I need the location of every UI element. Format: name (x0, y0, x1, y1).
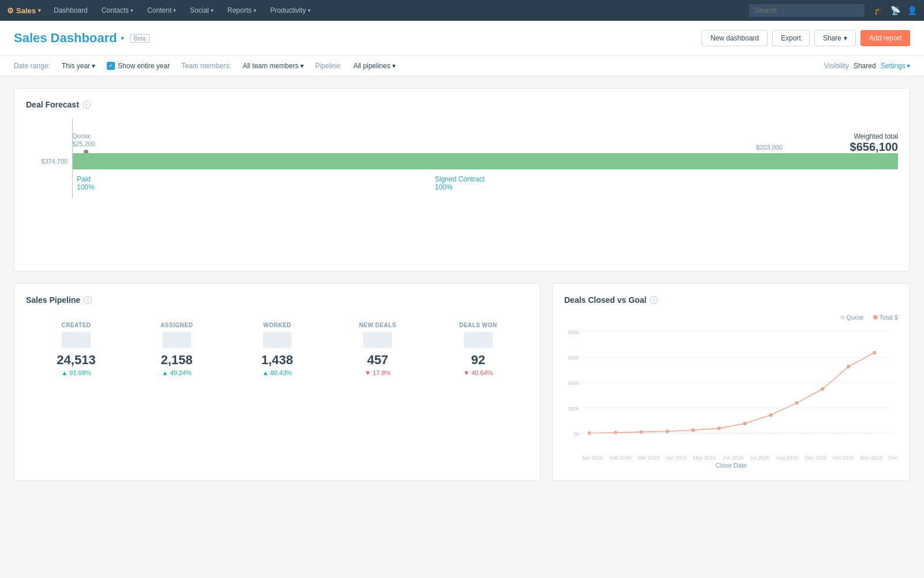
user-avatar[interactable]: 👤 (907, 6, 917, 15)
bar-mid-value: $203,000 (756, 144, 783, 151)
main-content: Deal Forecast i Weighted total $656,100 … (0, 76, 924, 504)
productivity-chevron: ▾ (308, 8, 311, 13)
svg-point-15 (717, 427, 721, 430)
svg-text:600k: 600k (568, 354, 579, 360)
x-axis-label: Jan 2016 (582, 455, 603, 461)
metric-change: ▼ 17.8% (327, 369, 428, 376)
date-range-select[interactable]: This year ▾ (62, 62, 95, 70)
sales-pipeline-title: Sales Pipeline i (26, 295, 528, 305)
pipeline-metrics: CREATED 24,513 ▲ 91.69% ASSIGNED 2,158 ▲… (26, 322, 528, 376)
svg-text:0k: 0k (573, 431, 579, 436)
share-chevron-icon: ▾ (844, 34, 847, 42)
paid-stage: Paid 100% (77, 175, 111, 191)
pipeline-metric-deals-won: DEALS WON 92 ▼ 40.64% (428, 322, 528, 376)
checkbox-icon: ✓ (107, 62, 115, 70)
settings-chevron: ▾ (907, 62, 910, 70)
quota-value: $25,200 (72, 140, 95, 147)
brand-label: Sales (16, 6, 36, 15)
brand-logo[interactable]: ⚙ Sales ▾ (7, 6, 41, 15)
beta-badge: Beta (130, 34, 150, 43)
x-axis-label: Dec (889, 455, 898, 461)
pipeline-metric-worked: WORKED 1,438 ▲ 80.43% (227, 322, 327, 376)
chart-x-axis: Jan 2016Feb 2016Mar 2016Apr 2016May 2016… (564, 455, 898, 461)
content-chevron: ▾ (173, 8, 176, 13)
nav-social[interactable]: Social ▾ (184, 0, 219, 21)
share-button[interactable]: Share ▾ (814, 30, 856, 46)
sales-pipeline-info-icon[interactable]: i (84, 296, 92, 304)
filter-bar: Date range: This year ▾ ✓ Show entire ye… (0, 56, 924, 76)
metric-value: 1,438 (227, 353, 327, 368)
funnel-shape (363, 332, 392, 348)
show-entire-year-check[interactable]: ✓ Show entire year (107, 62, 170, 70)
x-axis-label: Feb 2016 (609, 455, 631, 461)
metric-label: CREATED (26, 322, 126, 328)
svg-text:800k: 800k (568, 329, 579, 335)
deal-forecast-card: Deal Forecast i Weighted total $656,100 … (14, 88, 910, 272)
metric-value: 24,513 (26, 353, 126, 368)
top-navigation: ⚙ Sales ▾ Dashboard Contacts ▾ Content ▾… (0, 0, 924, 21)
reports-chevron: ▾ (254, 8, 256, 13)
signed-pct: 100% (435, 183, 485, 191)
svg-point-11 (614, 431, 617, 434)
export-button[interactable]: Export (772, 30, 810, 46)
bar-left-value: $374,700 (26, 158, 72, 165)
hubspot-icon: ⚙ (7, 6, 14, 15)
add-report-button[interactable]: Add report (860, 30, 910, 46)
close-date-label: Close Date (564, 462, 898, 469)
paid-label: Paid (77, 175, 111, 183)
deals-closed-info-icon[interactable]: i (650, 296, 658, 304)
metric-value: 92 (428, 353, 528, 368)
forecast-area: Weighted total $656,100 Quota: $25,200 $… (26, 132, 898, 260)
svg-point-14 (691, 428, 695, 432)
team-members-label: Team members: (181, 62, 231, 70)
deal-forecast-info-icon[interactable]: i (83, 101, 91, 109)
svg-text:200k: 200k (568, 405, 579, 411)
date-range-label: Date range: (14, 62, 50, 70)
chart-legend: QuoteTotal $ (564, 314, 898, 321)
metric-value: 2,158 (126, 353, 227, 368)
pipeline-select[interactable]: All pipelines ▾ (353, 62, 396, 70)
paid-pct: 100% (77, 183, 111, 191)
new-dashboard-button[interactable]: New dashboard (702, 30, 767, 46)
settings-link[interactable]: Settings ▾ (881, 62, 910, 70)
title-dropdown-icon[interactable]: ▾ (121, 34, 124, 42)
svg-point-21 (873, 351, 876, 354)
search-input[interactable] (749, 4, 865, 17)
x-axis-label: May 2016 (693, 455, 716, 461)
svg-point-17 (769, 413, 773, 417)
pipeline-metric-assigned: ASSIGNED 2,158 ▲ 49.24% (126, 322, 227, 376)
nav-reports[interactable]: Reports ▾ (222, 0, 262, 21)
nav-icons-area: 🎓 📡 👤 (874, 6, 917, 15)
metric-label: WORKED (227, 322, 327, 328)
visibility-area: Visibility Shared Settings ▾ (824, 62, 910, 70)
social-chevron: ▾ (211, 8, 214, 13)
funnel-shape (62, 332, 91, 348)
nav-dashboard[interactable]: Dashboard (48, 0, 94, 21)
metric-change: ▲ 80.43% (227, 369, 327, 376)
funnel-shape (464, 332, 493, 348)
legend-item: Quote (840, 314, 864, 321)
team-members-select[interactable]: All team members ▾ (243, 62, 304, 70)
brand-chevron: ▾ (38, 8, 41, 13)
signed-label: Signed Contract (435, 175, 485, 183)
x-axis-label: Oct 2016 (833, 455, 854, 461)
page-title: Sales Dashboard (14, 31, 117, 46)
nav-content[interactable]: Content ▾ (141, 0, 182, 21)
page-header: Sales Dashboard ▾ Beta New dashboard Exp… (0, 21, 924, 56)
metric-label: DEALS WON (428, 322, 528, 328)
deals-chart-svg: 800k 600k 400k 200k 0k (564, 325, 898, 453)
nav-productivity[interactable]: Productivity ▾ (264, 0, 316, 21)
deals-closed-title: Deals Closed vs Goal i (564, 295, 898, 305)
sales-pipeline-card: Sales Pipeline i CREATED 24,513 ▲ 91.69%… (14, 283, 541, 481)
x-axis-label: Jun 2016 (722, 455, 743, 461)
svg-point-16 (743, 422, 747, 425)
metric-change: ▲ 49.24% (126, 369, 227, 376)
signed-stage: Signed Contract 100% (435, 175, 485, 191)
funnel-shape (162, 332, 191, 348)
academy-icon[interactable]: 🎓 (874, 6, 884, 15)
forecast-green-bar: $203,000 (72, 153, 898, 169)
nav-contacts[interactable]: Contacts ▾ (96, 0, 139, 21)
notifications-icon[interactable]: 📡 (891, 6, 900, 15)
deals-closed-card: Deals Closed vs Goal i QuoteTotal $ 800k… (552, 283, 910, 481)
pipeline-metric-created: CREATED 24,513 ▲ 91.69% (26, 322, 126, 376)
